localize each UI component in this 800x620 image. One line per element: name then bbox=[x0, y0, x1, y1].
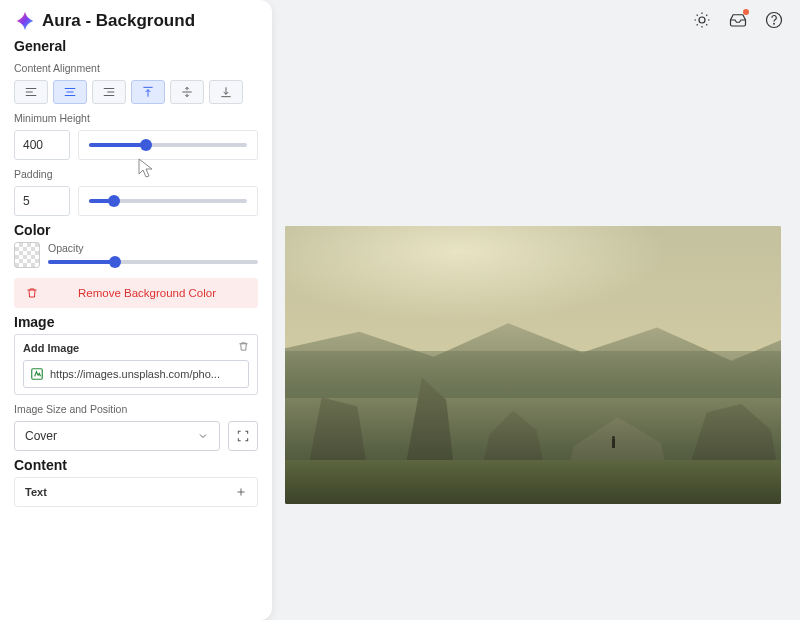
help-button[interactable] bbox=[762, 8, 786, 32]
label-min-height: Minimum Height bbox=[14, 112, 258, 124]
plus-icon bbox=[235, 486, 247, 498]
section-color: Color bbox=[14, 222, 258, 238]
opacity-slider[interactable] bbox=[48, 260, 258, 264]
image-url-text: https://images.unsplash.com/pho... bbox=[50, 368, 242, 380]
label-padding: Padding bbox=[14, 168, 258, 180]
chevron-down-icon bbox=[197, 430, 209, 442]
add-image-label: Add Image bbox=[23, 342, 79, 354]
content-item-label: Text bbox=[25, 486, 47, 498]
align-left-button[interactable] bbox=[14, 80, 48, 104]
label-content-alignment: Content Alignment bbox=[14, 62, 258, 74]
focal-point-button[interactable] bbox=[228, 421, 258, 451]
edit-icon bbox=[30, 367, 44, 381]
theme-toggle-button[interactable] bbox=[690, 8, 714, 32]
image-size-select[interactable]: Cover bbox=[14, 421, 220, 451]
align-right-button[interactable] bbox=[92, 80, 126, 104]
aura-logo-icon bbox=[14, 10, 36, 32]
section-content: Content bbox=[14, 457, 258, 473]
align-bottom-button[interactable] bbox=[209, 80, 243, 104]
min-height-slider[interactable] bbox=[78, 130, 258, 160]
image-url-input[interactable]: https://images.unsplash.com/pho... bbox=[23, 360, 249, 388]
align-middle-button[interactable] bbox=[170, 80, 204, 104]
sun-icon bbox=[693, 11, 711, 29]
image-card: Add Image https://images.unsplash.com/ph… bbox=[14, 334, 258, 395]
inbox-button[interactable] bbox=[726, 8, 750, 32]
padding-slider[interactable] bbox=[78, 186, 258, 216]
focal-icon bbox=[236, 429, 250, 443]
padding-input[interactable] bbox=[14, 186, 70, 216]
align-top-button[interactable] bbox=[131, 80, 165, 104]
section-image: Image bbox=[14, 314, 258, 330]
remove-background-color-button[interactable]: Remove Background Color bbox=[14, 278, 258, 308]
color-swatch[interactable] bbox=[14, 242, 40, 268]
help-icon bbox=[765, 11, 783, 29]
background-preview bbox=[285, 226, 781, 504]
label-opacity: Opacity bbox=[48, 242, 258, 254]
settings-panel: Aura - Background General Content Alignm… bbox=[0, 0, 272, 620]
align-center-button[interactable] bbox=[53, 80, 87, 104]
remove-bg-label: Remove Background Color bbox=[48, 287, 246, 299]
notification-dot bbox=[743, 9, 749, 15]
label-image-size: Image Size and Position bbox=[14, 403, 258, 415]
panel-title: Aura - Background bbox=[42, 11, 195, 31]
section-general: General bbox=[14, 38, 258, 54]
min-height-input[interactable] bbox=[14, 130, 70, 160]
delete-image-button[interactable] bbox=[238, 341, 249, 354]
content-item-text[interactable]: Text bbox=[14, 477, 258, 507]
svg-point-0 bbox=[699, 17, 705, 23]
image-size-value: Cover bbox=[25, 429, 57, 443]
trash-icon bbox=[26, 287, 38, 299]
svg-point-2 bbox=[774, 23, 775, 24]
